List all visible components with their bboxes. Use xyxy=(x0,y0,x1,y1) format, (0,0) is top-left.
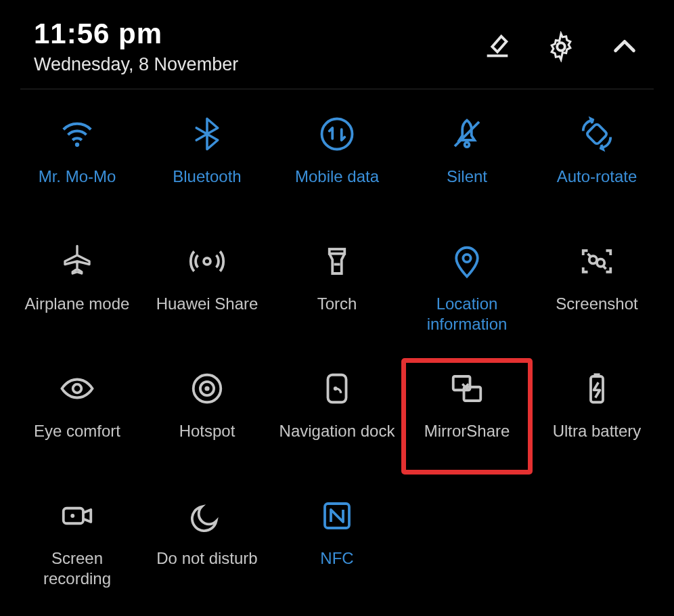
torch-tile[interactable]: Torch xyxy=(272,232,402,347)
svg-point-1 xyxy=(557,43,565,51)
bluetooth-label: Bluetooth xyxy=(173,167,241,187)
do-not-disturb-label: Do not disturb xyxy=(156,548,257,569)
mirrorshare-icon xyxy=(447,368,487,409)
svg-point-26 xyxy=(70,514,74,518)
video-camera-icon xyxy=(57,496,97,536)
huawei-share-tile[interactable]: Huawei Share xyxy=(142,232,272,347)
svg-point-18 xyxy=(204,386,209,391)
navigation-dock-icon xyxy=(317,368,357,409)
svg-point-15 xyxy=(73,384,82,393)
location-tile[interactable]: Location information xyxy=(402,232,532,347)
mobile-data-label: Mobile data xyxy=(295,167,379,187)
svg-point-7 xyxy=(204,258,210,265)
svg-line-14 xyxy=(603,266,606,269)
navigation-dock-label: Navigation dock xyxy=(279,421,395,441)
location-label: Location information xyxy=(406,294,528,334)
screen-recording-tile[interactable]: Screen recording xyxy=(12,486,142,601)
svg-point-3 xyxy=(322,119,353,150)
auto-rotate-icon xyxy=(577,114,617,154)
huawei-share-icon xyxy=(187,241,227,282)
airplane-mode-tile[interactable]: Airplane mode xyxy=(12,232,142,347)
huawei-share-label: Huawei Share xyxy=(156,294,259,314)
torch-label: Torch xyxy=(317,294,357,314)
moon-icon xyxy=(187,496,227,536)
clock-time: 11:56 pm xyxy=(34,18,238,50)
svg-point-10 xyxy=(463,255,470,262)
eye-comfort-label: Eye comfort xyxy=(34,421,120,441)
silent-tile[interactable]: Silent xyxy=(402,104,532,219)
svg-rect-24 xyxy=(594,374,600,377)
mobile-data-icon xyxy=(317,114,357,154)
auto-rotate-tile[interactable]: Auto-rotate xyxy=(532,104,662,219)
silent-label: Silent xyxy=(447,167,487,187)
bluetooth-icon xyxy=(187,114,227,154)
settings-gear-icon[interactable] xyxy=(545,31,577,62)
screenshot-icon xyxy=(577,241,617,282)
navigation-dock-tile[interactable]: Navigation dock xyxy=(272,359,402,474)
svg-point-2 xyxy=(75,143,79,147)
hotspot-icon xyxy=(187,368,227,409)
nfc-tile[interactable]: NFC xyxy=(272,486,402,601)
svg-point-4 xyxy=(465,142,470,147)
svg-rect-8 xyxy=(330,249,345,254)
mobile-data-tile[interactable]: Mobile data xyxy=(272,104,402,219)
ultra-battery-tile[interactable]: Ultra battery xyxy=(532,359,662,474)
airplane-mode-label: Airplane mode xyxy=(25,294,130,314)
screen-recording-label: Screen recording xyxy=(16,548,138,589)
nfc-label: NFC xyxy=(320,548,353,569)
location-icon xyxy=(447,241,487,282)
eye-icon xyxy=(57,368,97,409)
notification-header: 11:56 pm Wednesday, 8 November xyxy=(0,0,674,89)
ultra-battery-label: Ultra battery xyxy=(553,421,642,441)
header-divider xyxy=(20,89,654,89)
do-not-disturb-tile[interactable]: Do not disturb xyxy=(142,486,272,601)
edit-icon[interactable] xyxy=(482,31,513,62)
airplane-icon xyxy=(57,241,97,282)
mirrorshare-tile[interactable]: MirrorShare xyxy=(402,359,532,474)
nfc-icon xyxy=(317,496,357,536)
screenshot-tile[interactable]: Screenshot xyxy=(532,232,662,347)
wifi-icon xyxy=(57,114,97,154)
wifi-tile[interactable]: Mr. Mo-Mo xyxy=(12,104,142,219)
hotspot-tile[interactable]: Hotspot xyxy=(142,359,272,474)
collapse-chevron-icon[interactable] xyxy=(609,31,640,62)
svg-rect-6 xyxy=(586,123,608,145)
mirrorshare-label: MirrorShare xyxy=(424,421,510,441)
quick-settings-grid: Mr. Mo-Mo Bluetooth Mobile data Silent A… xyxy=(0,104,674,601)
screenshot-label: Screenshot xyxy=(556,294,637,314)
wifi-label: Mr. Mo-Mo xyxy=(39,167,116,187)
eye-comfort-tile[interactable]: Eye comfort xyxy=(12,359,142,474)
auto-rotate-label: Auto-rotate xyxy=(557,167,637,187)
silent-icon xyxy=(447,114,487,154)
hotspot-label: Hotspot xyxy=(179,421,235,441)
svg-line-13 xyxy=(588,254,591,257)
torch-icon xyxy=(317,241,357,282)
battery-icon xyxy=(577,368,617,409)
bluetooth-tile[interactable]: Bluetooth xyxy=(142,104,272,219)
current-date: Wednesday, 8 November xyxy=(34,54,238,75)
